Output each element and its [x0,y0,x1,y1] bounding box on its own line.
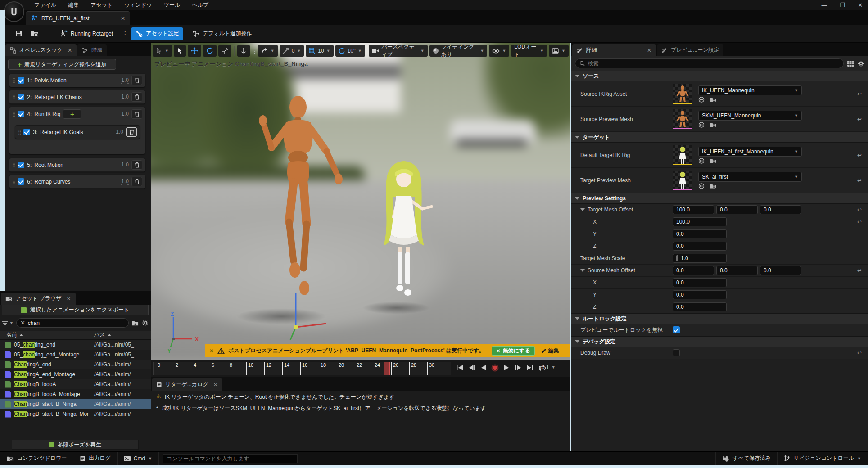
log-warning-line[interactable]: ⚠ IK リターゲッタのボーン チェーン、Root を正規化できませんでした。チ… [151,391,570,402]
op-row-run-ik-rig[interactable]: ⣿ 4: Run IK Rig + 1.0 [9,107,145,121]
play-reference-pose-button[interactable]: 参照ポーズを再生 [12,440,139,450]
asset-search-input[interactable]: ✕ chan [16,318,129,328]
delete-op-button[interactable] [131,76,142,85]
op-row-pelvis-motion[interactable]: ⣿ 1: Pelvis Motion 1.0 [9,73,145,87]
tab-details[interactable]: 詳細 ✕ [572,44,656,56]
y-value-field[interactable]: 0.0 [673,230,727,238]
play-button[interactable] [502,363,511,373]
lit-mode-dropdown[interactable]: ライティングあり ▼ [429,45,488,57]
scale-tool-button[interactable] [218,45,231,57]
viewport-options-button[interactable]: ▼ [153,45,172,57]
output-log-button[interactable]: 出力ログ [73,452,118,465]
tab-close-icon[interactable]: ✕ [647,47,651,54]
section-preview-settings[interactable]: Preview Settings [571,193,868,204]
offset-x-field[interactable]: 100.0 [673,205,714,214]
step-forward-button[interactable] [514,363,523,373]
op-enabled-checkbox[interactable] [18,162,24,168]
asset-row[interactable]: ChantingB_loopA /All/Ga...i/anim/ [0,379,151,389]
op-weight-field[interactable]: 1.0 [121,111,129,117]
step-back-button[interactable] [467,363,476,373]
transform-gizmo[interactable] [263,277,331,349]
column-path[interactable]: パス [90,331,151,339]
debug-draw-checkbox[interactable] [673,349,680,356]
add-child-op-button[interactable]: + [63,109,81,119]
asset-row-selected[interactable]: ChantingB_start_B_Ninga /All/Ga...i/anim… [0,399,151,409]
offset-x-field[interactable]: 0.0 [673,266,714,275]
tab-rtg-uefn-ai-first[interactable]: RTG_UEFN_ai_first ✕ [26,11,130,25]
coordinate-space-button[interactable] [237,45,250,57]
drag-handle-icon[interactable]: ⣿ [18,130,21,135]
use-selected-icon[interactable] [698,97,705,103]
drag-handle-icon[interactable]: ⣿ [12,94,15,99]
disable-postprocess-button[interactable]: ✕ 無効にする [492,346,535,356]
show-flags-dropdown[interactable]: ▼ [489,45,509,57]
select-tool-button[interactable] [174,45,186,57]
drag-handle-icon[interactable]: ⣿ [12,179,15,184]
filter-icon[interactable]: ▼ [2,320,14,326]
viewport-3d-scene[interactable]: Z X Y [151,43,570,360]
dismiss-warning-icon[interactable]: ✕ [209,348,214,354]
tab-preview-scene-settings[interactable]: プレビュ...ーン設定 [657,44,723,56]
run-options-kebab-icon[interactable]: ⋮ [122,30,127,37]
offset-y-field[interactable]: 0.0 [716,266,758,275]
ignore-root-lock-checkbox[interactable] [673,326,680,333]
scale-field[interactable]: 1.0 [673,254,727,263]
tab-close-icon[interactable]: ✕ [121,15,125,22]
browse-to-asset-button[interactable] [29,28,41,40]
timeline-ruler[interactable]: 0 2 4 6 8 10 12 14 16 18 20 22 24 26 28 … [153,362,451,375]
op-row-root-motion[interactable]: ⣿ 5: Root Motion 1.0 [9,158,145,172]
reset-to-default-icon[interactable]: ↩ [857,152,865,158]
location-snap-button[interactable]: 0 ▼ [280,45,304,57]
target-mesh-combo[interactable]: SK_ai_first▼ [698,172,802,182]
menu-edit[interactable]: 編集 [68,1,79,9]
delete-op-button[interactable] [131,160,142,170]
go-to-start-button[interactable] [455,363,464,373]
tab-close-icon[interactable]: ✕ [68,47,72,54]
asset-row[interactable]: ChantingA_end /All/Ga...i/anim/ [0,360,151,369]
details-search-input[interactable]: 検索 [575,58,844,68]
toolbar-kebab-icon[interactable]: ⋮ [252,47,256,54]
target-ikrig-thumbnail[interactable] [673,145,692,165]
playback-speed-dropdown[interactable]: x0.1 ▼ [539,364,556,370]
reset-to-default-icon[interactable]: ↩ [857,91,865,97]
column-name[interactable]: 名前 [0,331,90,339]
snap-rotate-button[interactable]: ▼ [258,45,278,57]
op-row-retarget-fk-chains[interactable]: ⣿ 2: Retarget FK Chains 1.0 [9,90,145,104]
op-enabled-checkbox[interactable] [18,111,24,117]
console-command-input[interactable] [163,454,298,463]
op-enabled-checkbox[interactable] [18,178,24,185]
browse-to-asset-icon[interactable] [710,158,717,164]
add-retarget-op-button[interactable]: + 新規リターゲティング操作を追加 [8,59,116,70]
z-value-field[interactable]: 0.0 [673,302,727,311]
slider-grip[interactable] [676,255,678,261]
gear-icon[interactable] [142,320,149,326]
section-target[interactable]: ターゲット [571,132,868,143]
browse-to-asset-icon[interactable] [710,97,717,103]
reset-to-default-icon[interactable]: ↩ [857,219,865,225]
target-mesh-thumbnail[interactable] [673,171,692,190]
source-ikrig-thumbnail[interactable] [673,84,692,104]
play-reverse-button[interactable] [479,363,488,373]
menu-file[interactable]: ファイル [34,1,56,9]
edit-postprocess-button[interactable]: 編集 [541,347,559,355]
use-selected-icon[interactable] [698,158,705,164]
op-enabled-checkbox[interactable] [18,77,24,84]
asset-row[interactable]: 05_chanting_end /All/Ga...nim/05_ [0,340,151,350]
save-status-button[interactable]: すべて保存済み [715,452,778,465]
reset-to-default-icon[interactable]: ↩ [857,350,865,356]
tab-close-icon[interactable]: ✕ [213,382,218,388]
folder-icon[interactable] [131,320,139,326]
op-weight-field[interactable]: 1.0 [121,94,129,100]
op-row-remap-curves[interactable]: ⣿ 6: Remap Curves 1.0 [9,175,145,189]
rotate-tool-button[interactable] [203,45,217,57]
target-ikrig-combo[interactable]: IK_UEFN_ai_first_Mannequin▼ [698,147,802,157]
reset-to-default-icon[interactable]: ↩ [857,267,865,274]
x-value-field[interactable]: 100.0 [673,217,727,226]
z-value-field[interactable]: 0.0 [673,242,727,251]
screenshot-dropdown[interactable]: ▼ [549,45,569,57]
go-to-end-button[interactable] [525,363,534,373]
delete-op-button[interactable] [126,127,137,137]
asset-row[interactable]: ChantingA_end_Montage /All/Ga...i/anim/ [0,369,151,379]
menu-window[interactable]: ウィンドウ [124,1,152,9]
display-options-icon[interactable] [847,61,854,67]
